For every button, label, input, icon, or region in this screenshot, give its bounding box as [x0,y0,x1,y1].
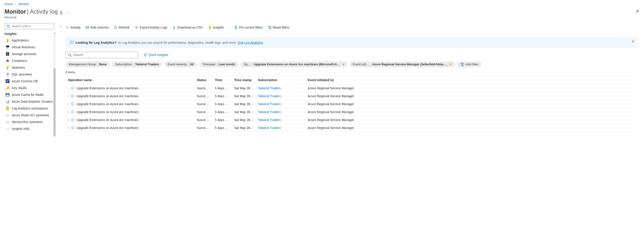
add-filter-button[interactable]: Add Filter [457,61,482,67]
filter-pill[interactable]: Event initi… : Azure Regional Service Ma… [350,61,455,67]
cell-subscription-link[interactable]: Tailwind Traders [258,102,281,106]
filter-key: Event initi… : [353,63,371,66]
toolbar-refresh[interactable]: Refresh [114,26,130,29]
pin-icon[interactable] [58,10,65,15]
sidebar-item[interactable]: 🗄️ Storage accounts [4,51,54,57]
nav-item-icon: ⬢ [6,59,10,63]
toolbar-export[interactable]: Export Activity Logs [135,26,168,29]
table-row[interactable]: › ⓘ Upgrade Extensions on Azure Arc mach… [66,92,637,100]
sidebar-item[interactable]: 🔑 Key Vaults [4,84,54,91]
filter-pill[interactable]: Timespan : Last month [199,61,238,67]
banner-body: In Log Analytics you can search for perf… [118,41,237,44]
operation-name: Upgrade Extensions on Azure Arc machines [76,126,138,130]
sidebar-item[interactable]: 🖥️ Virtual Machines [4,44,54,51]
row-expand[interactable]: › ⓘ Upgrade Extensions on Azure Arc mach… [68,94,138,98]
filter-value: Upgrade Extensions on Azure Arc machines… [254,63,340,66]
table-row[interactable]: › ⓘ Upgrade Extensions on Azure Arc mach… [66,100,637,108]
table-row[interactable]: › ⓘ Upgrade Extensions on Azure Arc mach… [66,84,637,92]
row-expand[interactable]: › ⓘ Upgrade Extensions on Azure Arc mach… [68,126,138,130]
banner-link[interactable]: Visit Log Analytics [238,41,263,44]
collapse-sidebar-icon[interactable]: « [60,25,62,28]
sidebar-item[interactable]: ⬢ Containers [4,57,54,64]
toolbar-reset-filters[interactable]: Reset filters [268,26,290,29]
toolbar-insights[interactable]: 💡 Insights [208,26,224,29]
sidebar-item[interactable]: 💡 Applications [4,37,54,44]
sidebar-search-input[interactable] [12,25,52,28]
table-row[interactable]: › ⓘ Upgrade Extensions on Azure Arc mach… [66,124,637,132]
cell-initiated-by: Azure Regional Service Manager [305,108,637,116]
filter-pill[interactable]: Op… : Upgrade Extensions on Azure Arc ma… [240,61,347,67]
row-expand[interactable]: › ⓘ Upgrade Extensions on Azure Arc mach… [68,102,138,106]
cell-subscription-link[interactable]: Tailwind Traders [258,110,281,114]
table-row[interactable]: › ⓘ Upgrade Extensions on Azure Arc mach… [66,116,637,124]
page-subtitle: | Activity log [27,8,58,15]
breadcrumb-home[interactable]: Home [4,2,13,6]
info-icon: ⓘ [71,86,74,90]
svg-point-0 [7,25,9,27]
sidebar-item[interactable]: 💡 Networks [4,64,54,71]
sidebar-item[interactable]: 📊 Azure Data Explorer Clusters [4,98,54,105]
svg-point-14 [144,54,146,56]
svg-line-13 [70,56,72,57]
banner-close-icon[interactable]: ✕ [632,40,634,43]
cell-initiated-by: Azure Regional Service Manager [305,84,637,92]
activity-table: Operation name Status Time Time stamp Su… [66,76,637,132]
toolbar-download-csv[interactable]: Download as CSV [172,26,203,29]
nav-item-icon: 🛢 [6,72,10,76]
more-icon[interactable]: ⋯ [65,10,70,15]
info-icon: ⓘ [70,40,73,45]
activity-search[interactable] [66,52,138,58]
cell-initiated-by: Azure Regional Service Manager [305,100,637,108]
col-initiated-by[interactable]: Event initiated by [305,76,637,84]
page-org: Microsoft [4,16,70,19]
scrollbar-up-arrow-icon[interactable]: ▴ [54,32,56,35]
sidebar-scrollbar-thumb[interactable] [54,68,56,137]
bulb-icon: 💡 [208,26,212,29]
activity-search-input[interactable] [73,53,136,57]
toolbar-edit-columns[interactable]: Edit columns [86,26,108,29]
filter-key: Timespan : [202,63,217,66]
filter-pill[interactable]: Management Group : None [66,61,110,67]
chevron-right-icon: › [68,118,69,122]
row-expand[interactable]: › ⓘ Upgrade Extensions on Azure Arc mach… [68,118,138,122]
sidebar-item[interactable]: 📒 Log Analytics workspaces [4,105,54,112]
cell-subscription-link[interactable]: Tailwind Traders [258,94,281,98]
nav-item-label: Containers [12,59,27,63]
cell-subscription-link[interactable]: Tailwind Traders [258,86,281,90]
add-filter-icon [460,63,464,66]
sidebar-item[interactable]: 💾 Azure Cache for Redis [4,91,54,98]
filter-remove-icon[interactable]: ✕ [450,63,452,66]
filter-pill[interactable]: Subscription : Tailwind Traders [112,61,162,67]
toolbar-pin-filters[interactable]: Pin current filters [234,26,263,29]
toolbar-activity[interactable]: Activity [66,26,80,29]
cell-subscription-link[interactable]: Tailwind Traders [258,126,281,130]
col-status[interactable]: Status [194,76,213,84]
sidebar-search[interactable] [4,23,54,29]
filter-remove-icon[interactable]: ✕ [342,63,344,66]
search-icon [68,53,72,57]
col-timestamp[interactable]: Time stamp [232,76,256,84]
nav-item-icon: ☁️ [6,120,10,124]
breadcrumb-monitor[interactable]: Monitor [18,2,29,6]
cell-status: Succeeded [194,116,213,124]
download-icon [172,26,176,29]
filter-pill[interactable]: Event severity : All [164,61,197,67]
nav-item-label: Azure Stack HCI (preview) [12,113,49,117]
sidebar-scrollbar[interactable]: ▴ [54,32,56,132]
sidebar-item[interactable]: ⋯ Insights Hub [4,125,54,132]
row-expand[interactable]: › ⓘ Upgrade Extensions on Azure Arc mach… [68,86,138,90]
cell-initiated-by: Azure Regional Service Manager [305,92,637,100]
sidebar-item[interactable]: 🌌 Azure Cosmos DB [4,78,54,84]
col-time[interactable]: Time [213,76,232,84]
sidebar-item[interactable]: ☁️ Service Bus (preview) [4,118,54,125]
col-operation[interactable]: Operation name [66,76,194,84]
sidebar-item[interactable]: 🛢 SQL (preview) [4,71,54,78]
cell-subscription-link[interactable]: Tailwind Traders [258,118,281,122]
close-blade-icon[interactable]: ✕ [636,9,640,14]
table-row[interactable]: › ⓘ Upgrade Extensions on Azure Arc mach… [66,108,637,116]
cell-time: 5 days ago [213,116,232,124]
col-subscription[interactable]: Subscription [256,76,305,84]
sidebar-item[interactable]: ☁️ Azure Stack HCI (preview) [4,112,54,118]
quick-insights-link[interactable]: Quick Insights [144,53,168,57]
row-expand[interactable]: › ⓘ Upgrade Extensions on Azure Arc mach… [68,110,138,114]
